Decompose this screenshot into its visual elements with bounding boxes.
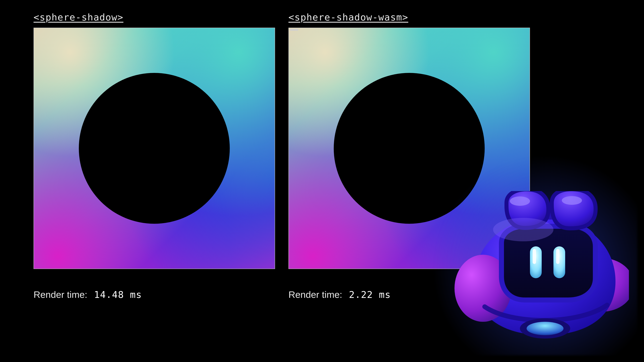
svg-point-3 (526, 322, 564, 335)
svg-point-11 (493, 218, 554, 241)
render-time-value: 14.48 ms (94, 289, 142, 300)
render-canvas-sphere-shadow[interactable] (34, 28, 275, 269)
panel-title-sphere-shadow-wasm[interactable]: <sphere-shadow-wasm> (288, 12, 530, 23)
svg-point-9 (510, 196, 530, 206)
render-time-label: Render time: (34, 289, 88, 300)
render-time-value: 2.22 ms (349, 289, 391, 300)
metrics-sphere-shadow: Render time: 14.48 ms (34, 289, 275, 300)
panel-sphere-shadow: <sphere-shadow> Render time: 14.48 ms (34, 12, 275, 300)
comparison-stage: <sphere-shadow> Render time: 14.48 ms <s… (0, 0, 644, 362)
svg-rect-7 (556, 249, 560, 264)
svg-rect-6 (533, 249, 536, 264)
render-time-label: Render time: (288, 289, 342, 300)
panel-title-sphere-shadow[interactable]: <sphere-shadow> (34, 12, 275, 23)
svg-point-10 (562, 196, 582, 205)
sphere-shadow-circle (79, 73, 230, 224)
robot-mascot-icon (451, 191, 629, 342)
text-cursor-mark (290, 29, 298, 31)
